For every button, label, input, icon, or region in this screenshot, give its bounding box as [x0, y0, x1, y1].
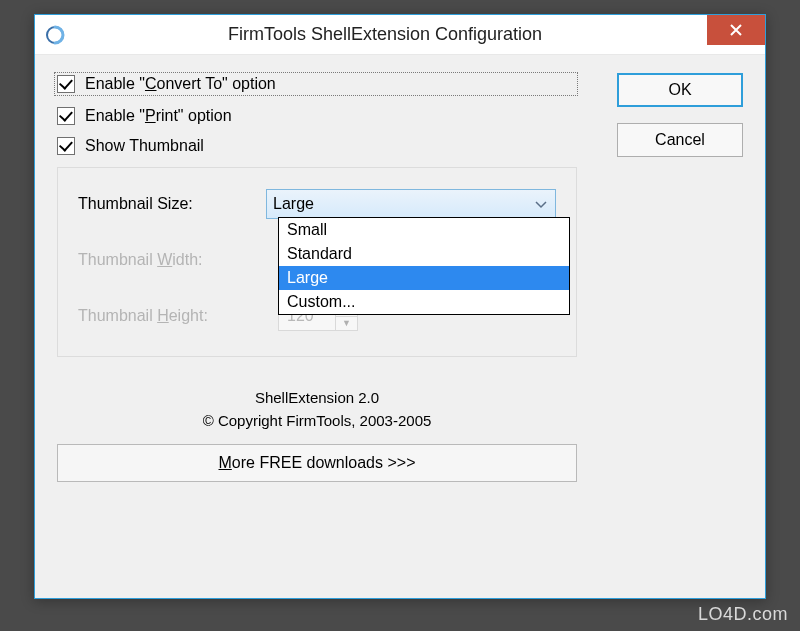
product-version: ShellExtension 2.0: [57, 387, 577, 410]
checkbox-label: Enable "Convert To" option: [85, 75, 276, 93]
client-area: Enable "Convert To" option Enable "Print…: [35, 55, 765, 598]
close-icon: [729, 23, 743, 37]
window-title: FirmTools ShellExtension Configuration: [75, 24, 765, 45]
dropdown-option-standard[interactable]: Standard: [279, 242, 569, 266]
checkbox-label: Enable "Print" option: [85, 107, 232, 125]
thumbnail-height-label: Thumbnail Height:: [78, 307, 278, 325]
dropdown-option-custom[interactable]: Custom...: [279, 290, 569, 314]
combo-value: Large: [273, 195, 314, 213]
checkbox-icon: [57, 107, 75, 125]
thumbnail-size-combo[interactable]: Large: [266, 189, 556, 219]
dialog-buttons: OK Cancel: [617, 73, 743, 157]
dropdown-option-small[interactable]: Small: [279, 218, 569, 242]
show-thumbnail-checkbox[interactable]: Show Thumbnail: [57, 137, 577, 155]
checkbox-icon: [57, 75, 75, 93]
more-downloads-button[interactable]: More FREE downloads >>>: [57, 444, 577, 482]
close-button[interactable]: [707, 15, 765, 45]
cancel-button[interactable]: Cancel: [617, 123, 743, 157]
thumbnail-groupbox: Thumbnail Size: Large Thumbnail Width: 1…: [57, 167, 577, 357]
dropdown-option-large[interactable]: Large: [279, 266, 569, 290]
checkbox-label: Show Thumbnail: [85, 137, 204, 155]
thumbnail-size-dropdown: Small Standard Large Custom...: [278, 217, 570, 315]
thumbnail-width-label: Thumbnail Width:: [78, 251, 278, 269]
chevron-down-icon: [535, 195, 547, 213]
app-icon: [45, 25, 65, 45]
enable-print-checkbox[interactable]: Enable "Print" option: [57, 107, 577, 125]
watermark: LO4D.com: [698, 604, 788, 625]
ok-button[interactable]: OK: [617, 73, 743, 107]
enable-convert-checkbox[interactable]: Enable "Convert To" option: [55, 73, 577, 95]
checkbox-icon: [57, 137, 75, 155]
footer-text: ShellExtension 2.0 © Copyright FirmTools…: [57, 387, 577, 432]
copyright: © Copyright FirmTools, 2003-2005: [57, 410, 577, 433]
thumbnail-size-label: Thumbnail Size:: [78, 195, 266, 213]
titlebar: FirmTools ShellExtension Configuration: [35, 15, 765, 55]
config-window: FirmTools ShellExtension Configuration E…: [34, 14, 766, 599]
